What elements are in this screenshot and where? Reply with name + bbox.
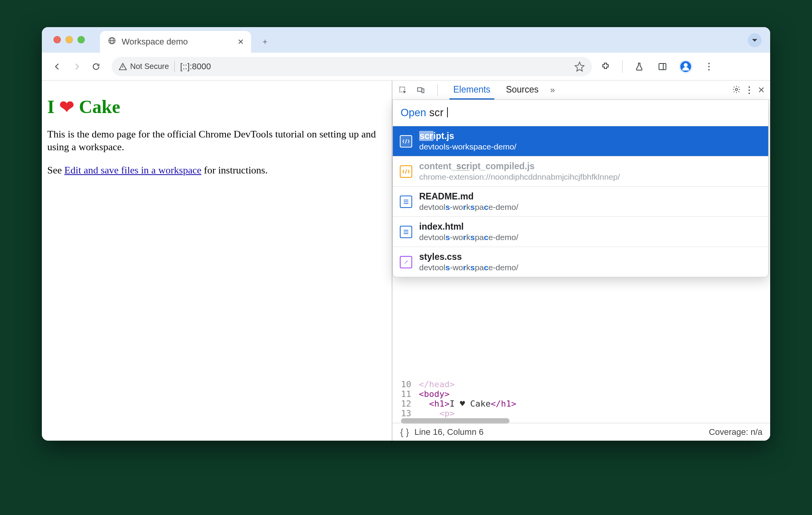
- security-chip[interactable]: Not Secure: [119, 62, 169, 71]
- url-text: [::]:8000: [180, 62, 211, 72]
- profile-button[interactable]: [678, 59, 693, 74]
- code-line: 11<body>: [401, 389, 770, 399]
- file-type-icon: [400, 256, 412, 268]
- pretty-print-button[interactable]: { }: [400, 427, 415, 438]
- separator: [174, 61, 175, 72]
- window-controls: [53, 36, 85, 43]
- see-suffix: for instructions.: [201, 165, 268, 176]
- dots-vertical-icon: [708, 63, 710, 70]
- omnibox[interactable]: Not Secure [::]:8000: [112, 57, 592, 76]
- file-path: devtools-workspace-demo/: [419, 142, 516, 151]
- settings-button[interactable]: [732, 85, 741, 95]
- close-devtools-button[interactable]: ✕: [758, 85, 765, 95]
- heart-icon: ❤: [59, 96, 74, 117]
- coverage-status: Coverage: n/a: [709, 427, 762, 437]
- extensions-button[interactable]: [598, 59, 613, 74]
- file-path: devtools-workspace-demo/: [419, 233, 518, 242]
- file-name: script.js: [419, 131, 516, 141]
- minimize-window-button[interactable]: [65, 36, 73, 43]
- dots-vertical-icon: [748, 86, 750, 94]
- labs-button[interactable]: [632, 59, 647, 74]
- back-button[interactable]: [50, 59, 65, 74]
- devtools-panel: Elements Sources » ✕ Open scr: [392, 81, 770, 441]
- file-path: devtools-workspace-demo/: [419, 263, 518, 272]
- chrome-menu-button[interactable]: [702, 59, 716, 74]
- file-name: content_script_compiled.js: [419, 161, 620, 172]
- devtools-menu-button[interactable]: [748, 86, 750, 94]
- tab-search-button[interactable]: [748, 33, 762, 47]
- quick-open-item[interactable]: script.js devtools-workspace-demo/: [393, 126, 768, 156]
- file-type-icon: [400, 165, 412, 178]
- inspect-element-button[interactable]: [398, 85, 408, 95]
- close-window-button[interactable]: [53, 36, 61, 43]
- close-tab-button[interactable]: ✕: [237, 37, 244, 46]
- file-type-icon: [400, 196, 412, 208]
- heading-part-cake: Cake: [79, 96, 120, 117]
- quick-open-item[interactable]: content_script_compiled.js chrome-extens…: [393, 156, 768, 186]
- tab-title: Workspace demo: [122, 37, 188, 47]
- forward-button[interactable]: [69, 59, 84, 74]
- devtools-tabbar: Elements Sources » ✕: [392, 81, 770, 100]
- url-toolbar: Not Secure [::]:8000: [42, 53, 770, 81]
- quick-open-search[interactable]: Open scr: [393, 100, 768, 126]
- security-label: Not Secure: [130, 62, 169, 71]
- file-name: README.md: [419, 191, 518, 202]
- heading-part-i: I: [47, 96, 55, 117]
- separator: [437, 84, 438, 96]
- svg-point-4: [735, 88, 738, 91]
- more-tabs-button[interactable]: »: [550, 85, 555, 95]
- code-lines: 10</head>11<body>12 <h1>I ♥ Cake</h1>13 …: [392, 379, 770, 418]
- tab-sources[interactable]: Sources: [502, 81, 542, 100]
- instructions-link[interactable]: Edit and save files in a workspace: [64, 165, 201, 176]
- quick-open-item[interactable]: README.md devtools-workspace-demo/: [393, 186, 768, 216]
- browser-window: Workspace demo ✕ Not Secure [::]:8000: [42, 27, 770, 441]
- code-line: 13 <p>: [401, 409, 770, 418]
- file-name: index.html: [419, 221, 518, 232]
- status-bar: { } Line 16, Column 6 Coverage: n/a: [392, 423, 770, 441]
- maximize-window-button[interactable]: [77, 36, 85, 43]
- device-toolbar-button[interactable]: [416, 85, 426, 95]
- page-heading: I ❤ Cake: [47, 96, 386, 117]
- svg-rect-2: [418, 88, 422, 91]
- warning-icon: [119, 62, 127, 71]
- code-line: 10</head>: [401, 379, 770, 389]
- globe-icon: [108, 36, 116, 47]
- file-path: chrome-extension://noondiphcddnnabmjcihc…: [419, 172, 620, 182]
- rendered-page: I ❤ Cake This is the demo page for the o…: [42, 81, 392, 441]
- browser-tab[interactable]: Workspace demo ✕: [100, 31, 251, 53]
- text-caret: [447, 107, 448, 117]
- open-label: Open: [401, 107, 426, 119]
- titlebar: Workspace demo ✕: [42, 27, 770, 53]
- quick-open-dialog: Open scr script.js devtools-workspace-de…: [392, 100, 769, 277]
- quick-open-results: script.js devtools-workspace-demo/ conte…: [393, 126, 768, 277]
- file-type-icon: [400, 226, 412, 238]
- avatar-icon: [680, 61, 691, 72]
- code-line: 12 <h1>I ♥ Cake</h1>: [401, 399, 770, 409]
- file-type-icon: [400, 135, 412, 148]
- svg-rect-3: [422, 89, 424, 93]
- reload-button[interactable]: [88, 59, 104, 74]
- tab-elements[interactable]: Elements: [449, 81, 494, 100]
- svg-rect-0: [659, 64, 666, 70]
- quick-open-item[interactable]: index.html devtools-workspace-demo/: [393, 216, 768, 247]
- gear-icon: [732, 85, 741, 94]
- file-name: styles.css: [419, 252, 518, 262]
- content-area: I ❤ Cake This is the demo page for the o…: [42, 81, 770, 441]
- see-prefix: See: [47, 165, 64, 176]
- quick-open-query: scr: [429, 107, 444, 119]
- new-tab-button[interactable]: [256, 33, 274, 50]
- quick-open-item[interactable]: styles.css devtools-workspace-demo/: [393, 247, 768, 277]
- file-path: devtools-workspace-demo/: [419, 203, 518, 212]
- separator: [622, 60, 623, 73]
- cursor-position: Line 16, Column 6: [415, 427, 484, 437]
- bookmark-button[interactable]: [574, 61, 585, 72]
- page-see-line: See Edit and save files in a workspace f…: [47, 164, 386, 177]
- side-panel-button[interactable]: [655, 59, 670, 74]
- page-paragraph: This is the demo page for the official C…: [47, 128, 386, 153]
